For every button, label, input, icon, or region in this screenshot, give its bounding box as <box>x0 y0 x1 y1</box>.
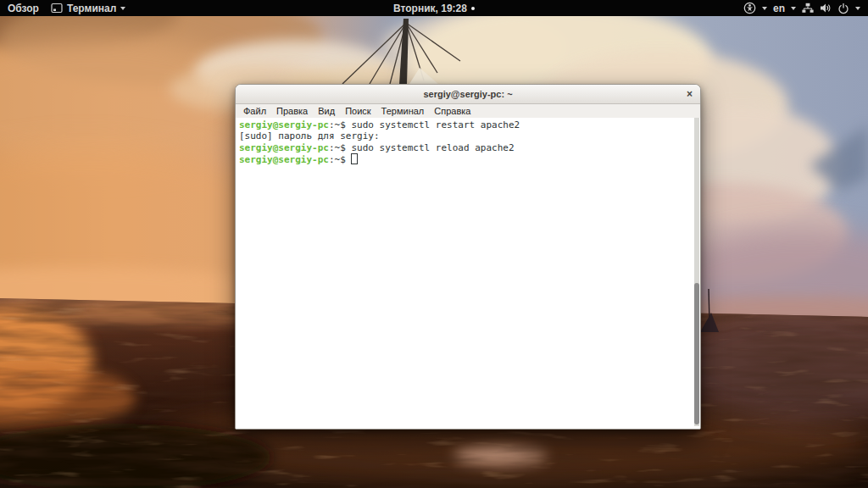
menu-search[interactable]: Поиск <box>340 106 376 116</box>
output-text: [sudo] пароль для sergiy: <box>239 130 380 141</box>
terminal-screen[interactable]: sergiy@sergiy-pc:~$ sudo systemctl resta… <box>236 118 700 430</box>
prompt-suffix: :~$ <box>329 154 352 165</box>
notification-dot-icon <box>471 7 475 10</box>
network-icon[interactable] <box>802 3 814 14</box>
prompt-suffix: :~$ <box>329 142 352 153</box>
window-titlebar[interactable]: sergiy@sergiy-pc: ~ × <box>236 85 700 104</box>
prompt-user-host: sergiy@sergiy-pc <box>239 154 329 165</box>
prompt-user-host: sergiy@sergiy-pc <box>239 119 329 130</box>
menu-file[interactable]: Файл <box>238 106 271 116</box>
activities-button[interactable]: Обзор <box>8 3 39 14</box>
chevron-down-icon[interactable] <box>855 7 860 10</box>
clock[interactable]: Вторник, 19:28 <box>393 3 467 14</box>
scrollbar[interactable] <box>694 118 699 426</box>
chevron-down-icon <box>120 7 125 10</box>
app-menu-label: Терминал <box>67 3 116 14</box>
app-menu[interactable]: Терминал <box>51 3 125 14</box>
terminal-line: [sudo] пароль для sergiy: <box>239 130 697 141</box>
terminal-line: sergiy@sergiy-pc:~$ sudo systemctl resta… <box>239 119 697 130</box>
volume-icon[interactable] <box>820 3 832 14</box>
desktop: Обзор Терминал Вторник, 19:28 <box>0 0 868 488</box>
power-icon[interactable] <box>837 3 849 14</box>
command-text: sudo systemctl reload apache2 <box>351 142 514 153</box>
top-bar: Обзор Терминал Вторник, 19:28 <box>0 0 868 16</box>
window-title: sergiy@sergiy-pc: ~ <box>423 89 512 99</box>
window-menubar: Файл Правка Вид Поиск Терминал Справка <box>236 104 700 118</box>
terminal-line: sergiy@sergiy-pc:~$ sudo systemctl reloa… <box>239 142 697 153</box>
menu-edit[interactable]: Правка <box>271 106 313 116</box>
prompt-suffix: :~$ <box>329 119 352 130</box>
menu-help[interactable]: Справка <box>429 106 476 116</box>
chevron-down-icon[interactable] <box>791 7 796 10</box>
terminal-window: sergiy@sergiy-pc: ~ × Файл Правка Вид По… <box>235 84 701 430</box>
menu-view[interactable]: Вид <box>313 106 340 116</box>
chevron-down-icon[interactable] <box>762 7 767 10</box>
terminal-cursor <box>351 153 358 164</box>
accessibility-icon[interactable] <box>743 2 756 14</box>
terminal-app-icon <box>51 3 63 14</box>
keyboard-layout-indicator[interactable]: en <box>773 3 785 14</box>
terminal-line: sergiy@sergiy-pc:~$ <box>239 153 697 165</box>
close-button[interactable]: × <box>687 85 693 103</box>
prompt-user-host: sergiy@sergiy-pc <box>239 142 329 153</box>
command-text: sudo systemctl restart apache2 <box>351 119 520 130</box>
menu-terminal[interactable]: Терминал <box>376 106 430 116</box>
scrollbar-thumb[interactable] <box>694 283 699 424</box>
